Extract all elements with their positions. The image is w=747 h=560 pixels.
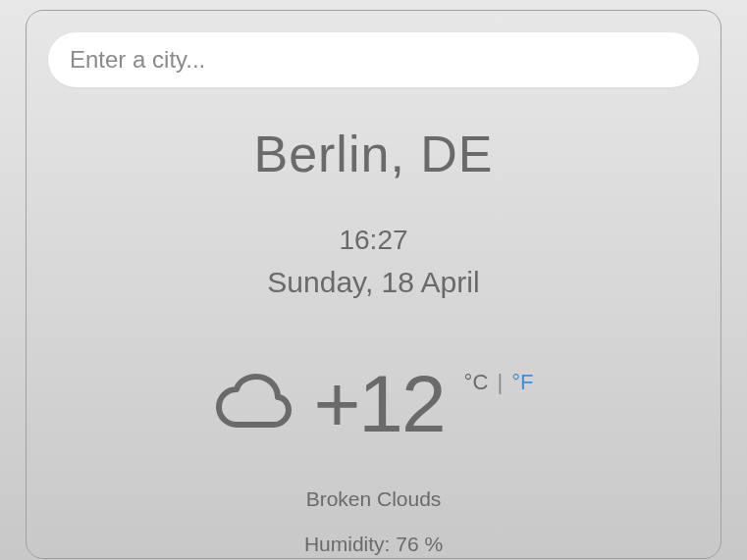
- current-date: Sunday, 18 April: [48, 266, 699, 299]
- temperature-value: +12: [313, 358, 444, 450]
- weather-details: Broken Clouds Humidity: 76 %: [48, 487, 699, 556]
- humidity-value: 76 %: [396, 533, 443, 555]
- humidity-label: Humidity:: [304, 533, 391, 555]
- city-name: Berlin, DE: [48, 125, 699, 183]
- city-search-input[interactable]: [48, 32, 699, 87]
- unit-separator: |: [497, 370, 503, 394]
- fahrenheit-unit[interactable]: °F: [511, 370, 533, 394]
- current-time: 16:27: [48, 225, 699, 256]
- humidity-line: Humidity: 76 %: [48, 533, 699, 556]
- cloud-icon: [213, 374, 293, 434]
- weather-card: Berlin, DE 16:27 Sunday, 18 April +12 °C…: [26, 10, 721, 559]
- unit-toggle: °C | °F: [464, 370, 534, 395]
- condition-text: Broken Clouds: [48, 487, 699, 511]
- temperature-row: +12 °C | °F: [48, 358, 699, 450]
- celsius-unit[interactable]: °C: [464, 370, 489, 394]
